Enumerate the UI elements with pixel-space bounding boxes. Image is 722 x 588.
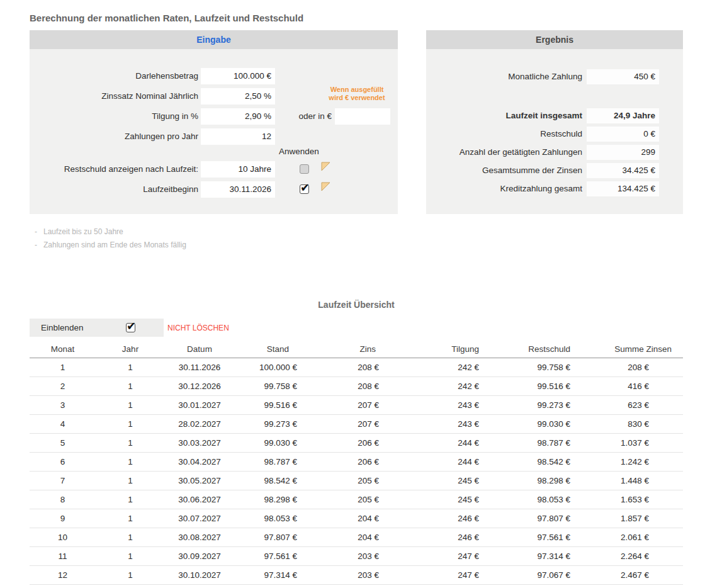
darlehensbetrag-field[interactable]: 100.000 € [201, 68, 275, 84]
table-cell[interactable]: 244 € [388, 453, 488, 472]
table-cell[interactable]: 12 [30, 566, 96, 585]
table-cell[interactable]: 245 € [388, 490, 488, 509]
table-cell[interactable]: 1 [96, 396, 165, 415]
table-cell[interactable]: 30.11.2026 [165, 358, 234, 377]
table-cell[interactable]: 98.787 € [234, 453, 307, 472]
table-cell[interactable]: 30.06.2027 [165, 490, 234, 509]
zahlungen-field[interactable]: 12 [201, 128, 275, 145]
laufzeitbeginn-checkbox[interactable] [300, 184, 309, 194]
table-cell[interactable]: 99.758 € [488, 358, 580, 377]
table-cell[interactable]: 98.298 € [234, 490, 307, 509]
table-cell[interactable]: 208 € [307, 358, 388, 377]
table-cell[interactable]: 30.10.2027 [165, 566, 234, 585]
table-cell[interactable]: 30.05.2027 [165, 472, 234, 490]
table-cell[interactable]: 6 [30, 453, 96, 472]
table-cell[interactable]: 243 € [388, 415, 488, 434]
table-cell[interactable]: 4 [30, 415, 96, 434]
table-cell[interactable]: 623 € [580, 396, 683, 415]
table-cell[interactable]: 2.264 € [580, 547, 683, 566]
table-cell[interactable]: 246 € [388, 528, 488, 547]
table-cell[interactable]: 7 [30, 472, 96, 490]
table-cell[interactable]: 1 [96, 566, 165, 585]
table-cell[interactable]: 10 [30, 528, 96, 547]
table-cell[interactable]: 99.516 € [234, 396, 307, 415]
table-cell[interactable]: 1 [96, 490, 165, 509]
restschuld-anzeigen-field[interactable]: 10 Jahre [201, 161, 275, 178]
comment-marker-icon[interactable] [321, 182, 330, 191]
table-cell[interactable]: 97.807 € [234, 528, 307, 547]
table-cell[interactable]: 99.030 € [234, 434, 307, 453]
table-cell[interactable]: 1 [96, 547, 165, 566]
comment-marker-icon[interactable] [321, 162, 330, 171]
table-cell[interactable]: 1 [96, 358, 165, 377]
table-cell[interactable]: 247 € [388, 547, 488, 566]
table-cell[interactable]: 204 € [307, 528, 388, 547]
table-cell[interactable]: 9 [30, 509, 96, 528]
table-cell[interactable]: 5 [30, 434, 96, 453]
table-cell[interactable]: 99.273 € [488, 396, 580, 415]
tilgung-field[interactable]: 2,90 % [201, 108, 275, 125]
table-cell[interactable]: 97.314 € [488, 547, 580, 566]
table-cell[interactable]: 1 [96, 509, 165, 528]
table-cell[interactable]: 1.448 € [580, 472, 683, 490]
table-cell[interactable]: 244 € [388, 434, 488, 453]
table-cell[interactable]: 1 [96, 434, 165, 453]
table-cell[interactable]: 1 [96, 453, 165, 472]
table-cell[interactable]: 100.000 € [234, 358, 307, 377]
table-cell[interactable]: 97.067 € [488, 566, 580, 585]
table-cell[interactable]: 98.053 € [234, 509, 307, 528]
table-cell[interactable]: 245 € [388, 472, 488, 490]
table-cell[interactable]: 1 [96, 528, 165, 547]
table-cell[interactable]: 30.03.2027 [165, 434, 234, 453]
table-cell[interactable]: 830 € [580, 415, 683, 434]
table-cell[interactable]: 242 € [388, 377, 488, 396]
table-cell[interactable]: 98.542 € [488, 453, 580, 472]
table-cell[interactable]: 246 € [388, 509, 488, 528]
oder-in-euro-field[interactable] [335, 108, 390, 125]
table-cell[interactable]: 1.037 € [580, 434, 683, 453]
table-cell[interactable]: 99.273 € [234, 415, 307, 434]
table-cell[interactable]: 8 [30, 490, 96, 509]
table-cell[interactable]: 205 € [307, 490, 388, 509]
table-cell[interactable]: 2.467 € [580, 566, 683, 585]
table-cell[interactable]: 416 € [580, 377, 683, 396]
einblenden-checkbox[interactable] [126, 323, 135, 332]
zinssatz-field[interactable]: 2,50 % [201, 88, 275, 105]
table-cell[interactable]: 30.09.2027 [165, 547, 234, 566]
table-cell[interactable]: 207 € [307, 415, 388, 434]
table-cell[interactable]: 97.561 € [234, 547, 307, 566]
table-cell[interactable]: 30.07.2027 [165, 509, 234, 528]
table-cell[interactable]: 30.12.2026 [165, 377, 234, 396]
table-cell[interactable]: 2.061 € [580, 528, 683, 547]
table-cell[interactable]: 207 € [307, 396, 388, 415]
table-cell[interactable]: 99.030 € [488, 415, 580, 434]
table-cell[interactable]: 97.561 € [488, 528, 580, 547]
table-cell[interactable]: 97.807 € [488, 509, 580, 528]
table-cell[interactable]: 1.242 € [580, 453, 683, 472]
table-cell[interactable]: 30.01.2027 [165, 396, 234, 415]
table-cell[interactable]: 242 € [388, 358, 488, 377]
table-cell[interactable]: 11 [30, 547, 96, 566]
table-cell[interactable]: 1 [96, 415, 165, 434]
table-cell[interactable]: 3 [30, 396, 96, 415]
table-cell[interactable]: 1 [30, 358, 96, 377]
table-cell[interactable]: 1.653 € [580, 490, 683, 509]
table-cell[interactable]: 98.053 € [488, 490, 580, 509]
table-cell[interactable]: 208 € [307, 377, 388, 396]
restschuld-checkbox[interactable] [300, 164, 309, 174]
table-cell[interactable]: 208 € [580, 358, 683, 377]
table-cell[interactable]: 205 € [307, 472, 388, 490]
table-cell[interactable]: 98.298 € [488, 472, 580, 490]
table-cell[interactable]: 98.787 € [488, 434, 580, 453]
table-cell[interactable]: 30.04.2027 [165, 453, 234, 472]
table-cell[interactable]: 99.516 € [488, 377, 580, 396]
table-cell[interactable]: 97.314 € [234, 566, 307, 585]
table-cell[interactable]: 203 € [307, 547, 388, 566]
table-cell[interactable]: 99.758 € [234, 377, 307, 396]
table-cell[interactable]: 243 € [388, 396, 488, 415]
laufzeitbeginn-field[interactable]: 30.11.2026 [201, 181, 275, 198]
table-cell[interactable]: 1.857 € [580, 509, 683, 528]
table-cell[interactable]: 204 € [307, 509, 388, 528]
table-cell[interactable]: 2 [30, 377, 96, 396]
table-cell[interactable]: 206 € [307, 453, 388, 472]
